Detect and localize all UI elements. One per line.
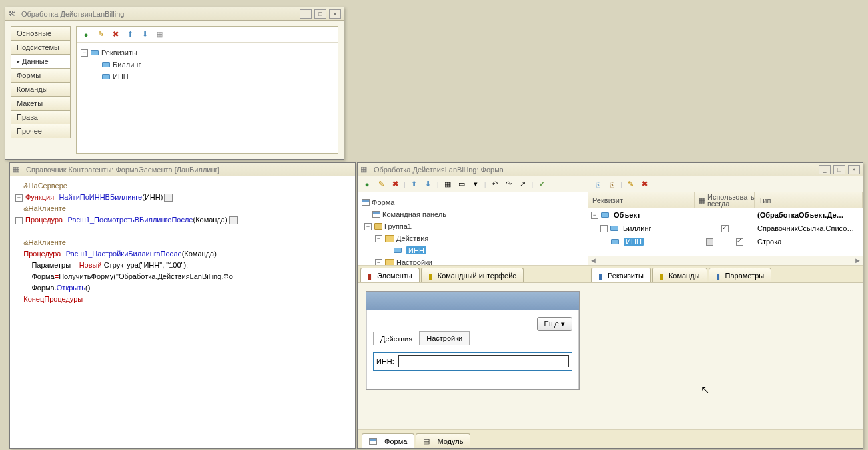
node-icon (91, 50, 99, 55)
nav-tab-other[interactable]: Прочее (11, 124, 71, 138)
app-icon: 🛠 (8, 9, 17, 19)
collapse-icon[interactable]: − (591, 212, 598, 219)
delete-icon[interactable]: ✖ (390, 179, 400, 190)
field-label: ИНН: (376, 357, 394, 365)
expand-icon[interactable]: ↗ (518, 179, 528, 190)
nav-tab-subsystems[interactable]: Подсистемы (11, 40, 71, 55)
column-headers: Реквизит ▦Использовать всегда Тип (588, 192, 863, 208)
close-button[interactable]: × (848, 165, 860, 174)
inn-input[interactable] (398, 355, 569, 367)
more-button[interactable]: Еще ▾ (537, 317, 572, 331)
form-preview-area: Еще ▾ Действия Настройки ИНН: (358, 283, 588, 429)
properties-icon[interactable]: ▦ (154, 29, 165, 40)
titlebar[interactable]: ▦ Справочник Контрагенты: ФормаЭлемента … (10, 163, 355, 176)
delete-icon[interactable]: ✖ (640, 179, 650, 190)
add-icon[interactable]: ● (362, 179, 372, 190)
preview-titlebar (366, 292, 579, 310)
tree-item[interactable]: Биллинг (113, 61, 141, 69)
attr-icon (611, 239, 619, 244)
col-attribute[interactable]: Реквизит (588, 192, 695, 208)
bottom-tab-module[interactable]: ▤ Модуль (416, 433, 470, 448)
ellipsis-icon[interactable] (229, 216, 238, 224)
field-icon (394, 248, 402, 253)
tab-elements[interactable]: ▮Элементы (360, 268, 420, 282)
collapse-icon[interactable]: − (364, 223, 372, 230)
minimize-button[interactable]: _ (819, 165, 831, 174)
bottom-tab-form[interactable]: Форма (362, 433, 414, 448)
add-icon[interactable]: ● (81, 29, 91, 40)
col-type[interactable]: Тип (755, 192, 863, 208)
collapse-icon[interactable]: − (375, 235, 382, 242)
nav-tab-forms[interactable]: Формы (11, 68, 71, 83)
scroll-left-icon[interactable]: ◄ (590, 256, 597, 265)
dropdown-icon[interactable]: ▾ (470, 179, 481, 190)
tab-command-interface[interactable]: ▮Командный интерфейс (421, 268, 524, 282)
nav-tab-commands[interactable]: Команды (11, 82, 71, 97)
delete-icon[interactable]: ✖ (110, 29, 121, 40)
titlebar[interactable]: 🛠 Обработка ДействияLanBilling _ □ × (5, 7, 344, 21)
nav-tab-main[interactable]: Основные (11, 26, 71, 41)
edit-icon[interactable]: ✎ (95, 29, 106, 40)
attr-icon (601, 212, 609, 218)
folder-icon (374, 223, 382, 230)
scroll-right-icon[interactable]: ► (854, 256, 861, 265)
tab-commands[interactable]: ▮Команды (652, 268, 707, 282)
tab-attributes[interactable]: ▮Реквизиты (591, 268, 651, 282)
minimize-button[interactable]: _ (300, 9, 312, 19)
folder-open-icon (385, 259, 394, 266)
field-icon[interactable]: ▭ (456, 179, 467, 190)
form-icon: ▦ (13, 165, 22, 174)
code-editor[interactable]: &НаСервере +Функция НайтиПоИННВБиллинге(… (10, 176, 355, 448)
preview-tab-actions[interactable]: Действия (373, 332, 420, 345)
fold-icon[interactable]: + (15, 194, 23, 202)
preview-tab-settings[interactable]: Настройки (419, 331, 470, 345)
close-button[interactable]: × (329, 9, 341, 19)
expand-icon[interactable]: + (600, 225, 608, 232)
toolbar: ⎘ ⎘ | ✎ ✖ (588, 176, 863, 192)
check-icon[interactable]: ✔ (536, 179, 547, 190)
nav-tab-layouts[interactable]: Макеты (11, 96, 71, 111)
copy-icon[interactable]: ⎘ (592, 179, 603, 190)
panel-icon (372, 211, 380, 218)
toolbar: ● ✎ ✖ ⬆ ⬇ ▦ (77, 27, 338, 43)
tree-item[interactable]: ИНН (113, 73, 129, 81)
maximize-button[interactable]: □ (833, 165, 845, 174)
edit-icon[interactable]: ✎ (376, 179, 386, 190)
undo-icon[interactable]: ↶ (490, 179, 500, 190)
tab-parameters[interactable]: ▮Параметры (709, 268, 772, 282)
ellipsis-icon[interactable] (164, 194, 173, 202)
toolbar: ● ✎ ✖ | ⬆ ⬇ | ▦ ▭ ▾ | ↶ ↷ ↗ | ✔ (358, 176, 588, 192)
window-title: Обработка ДействияLanBilling: Форма (374, 166, 819, 174)
attributes-grid[interactable]: − Объект (ОбработкаОбъект.Де… + Биллинг … (588, 208, 863, 256)
collapse-icon[interactable]: − (375, 259, 382, 266)
titlebar[interactable]: ▦ Обработка ДействияLanBilling: Форма _ … (358, 163, 863, 176)
checkbox[interactable] (736, 238, 743, 246)
form-tree[interactable]: Форма Командная панель − Группа1 − Дейст… (358, 192, 588, 265)
up-icon[interactable]: ⬆ (409, 179, 420, 190)
tree-root: Реквизиты (101, 49, 137, 57)
folder-open-icon (385, 235, 394, 242)
redo-icon[interactable]: ↷ (504, 179, 514, 190)
maximize-button[interactable]: □ (314, 9, 326, 19)
nav-tab-rights[interactable]: Права (11, 110, 71, 124)
selected-item[interactable]: ИНН (406, 246, 426, 254)
paste-icon[interactable]: ⎘ (606, 179, 617, 190)
edit-icon[interactable]: ✎ (626, 179, 636, 190)
fold-icon[interactable]: + (15, 217, 23, 224)
selected-attr[interactable]: ИНН (624, 238, 644, 246)
attributes-tree[interactable]: − Реквизиты Биллинг ИНН (77, 43, 338, 153)
col-use-always[interactable]: ▦Использовать всегда (695, 192, 755, 208)
up-icon[interactable]: ⬆ (125, 29, 135, 40)
nav-tab-data[interactable]: Данные (11, 54, 71, 69)
checkbox[interactable] (721, 225, 729, 232)
checkbox-grey[interactable] (706, 238, 713, 246)
grid-icon[interactable]: ▦ (442, 179, 453, 190)
attr-icon (610, 226, 618, 231)
window-title: Справочник Контрагенты: ФормаЭлемента [Л… (26, 166, 352, 174)
down-icon[interactable]: ⬇ (423, 179, 434, 190)
down-icon[interactable]: ⬇ (139, 29, 150, 40)
window-code-editor: ▦ Справочник Контрагенты: ФормаЭлемента … (9, 162, 356, 449)
nav-tabs: Основные Подсистемы Данные Формы Команды… (11, 26, 71, 154)
attr-icon (102, 74, 110, 79)
collapse-icon[interactable]: − (81, 49, 88, 57)
